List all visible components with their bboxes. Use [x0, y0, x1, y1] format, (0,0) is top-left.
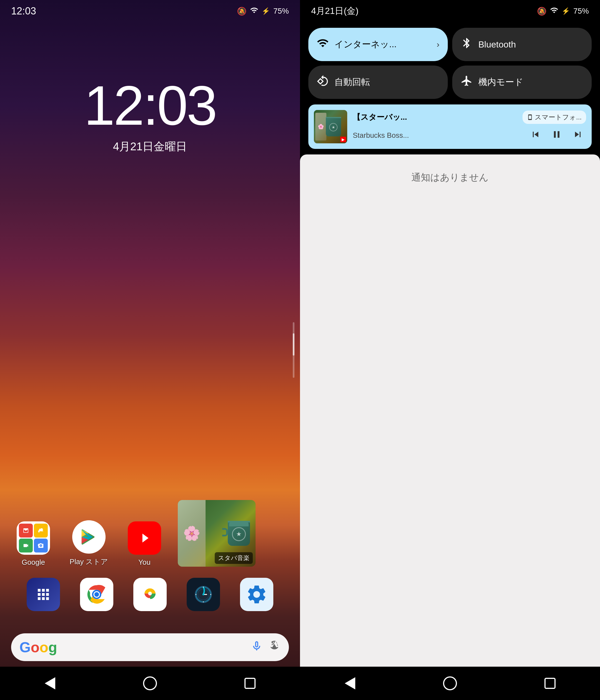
- dock-settings[interactable]: [234, 578, 279, 611]
- app-row-1: Google: [11, 500, 289, 567]
- meet-icon: [19, 539, 33, 552]
- youtube-icon: [128, 521, 161, 555]
- right-wifi-icon: [550, 6, 558, 17]
- right-panel: 4月21日(金) 🔕 ⚡ 75% インターネッ... ›: [300, 0, 600, 700]
- rotate-qs-icon: [317, 75, 329, 90]
- clock-date: 4月21日金曜日: [0, 139, 300, 154]
- dock-launcher[interactable]: [21, 578, 66, 611]
- dock-row: [11, 578, 289, 611]
- right-status-bar: 4月21日(金) 🔕 ⚡ 75%: [300, 0, 600, 22]
- bluetooth-label: Bluetooth: [478, 40, 583, 50]
- search-bar[interactable]: Goog: [11, 633, 289, 661]
- dock-photos[interactable]: [128, 578, 172, 611]
- right-status-icons: 🔕 ⚡ 75%: [537, 6, 589, 17]
- right-battery-text: 75%: [573, 7, 589, 16]
- back-icon: [45, 677, 55, 690]
- drive-icon: [34, 524, 48, 538]
- recent-button[interactable]: [242, 675, 258, 692]
- notification-area: 通知はありません: [300, 154, 600, 700]
- right-home-button[interactable]: [442, 675, 458, 692]
- home-button[interactable]: [142, 675, 158, 692]
- starbucks-text-overlay: スタバ音楽: [215, 552, 253, 564]
- dock-chrome[interactable]: [74, 578, 119, 611]
- mug-body: ★: [228, 521, 250, 546]
- right-recent-icon: [545, 678, 555, 689]
- right-home-icon: [443, 676, 457, 690]
- playstore-label: Play ストア: [70, 557, 108, 567]
- thumb-mug: ★: [326, 117, 341, 136]
- youtube-label: You: [138, 558, 151, 567]
- svg-point-10: [203, 587, 204, 588]
- google-cluster-icon: [17, 521, 50, 555]
- qs-tile-bluetooth[interactable]: Bluetooth: [452, 28, 592, 61]
- settings-icon: [240, 578, 273, 611]
- mute-icon: 🔕: [237, 7, 247, 16]
- media-next-button[interactable]: [570, 126, 586, 143]
- left-status-icons: 🔕 ⚡ 75%: [237, 6, 289, 17]
- svg-point-11: [210, 594, 211, 595]
- no-notification-text: 通知はありません: [411, 171, 489, 184]
- app-icon-youtube[interactable]: You: [122, 521, 167, 567]
- media-pause-button[interactable]: [548, 126, 565, 143]
- media-bottom-row: Starbucks Boss...: [353, 126, 586, 143]
- camera-icon: [34, 539, 48, 552]
- dock-watchface[interactable]: [181, 578, 226, 611]
- play-store-icon: [72, 520, 105, 554]
- scroll-thumb: [293, 333, 295, 355]
- media-info-section: 【スターバッ... スマートフォ... Starbucks Boss...: [353, 110, 586, 143]
- recent-icon: [245, 678, 255, 689]
- watchface-icon: [187, 578, 220, 611]
- charging-icon: ⚡: [262, 7, 270, 15]
- svg-point-9: [202, 594, 204, 596]
- media-prev-button[interactable]: [527, 126, 544, 143]
- chrome-icon: [80, 578, 113, 611]
- mug-handle: [222, 528, 228, 536]
- qs-row-1: インターネッ... › Bluetooth: [308, 28, 592, 61]
- qs-tile-internet[interactable]: インターネッ... ›: [308, 28, 448, 61]
- svg-point-13: [196, 594, 196, 595]
- right-back-button[interactable]: [342, 675, 358, 692]
- left-nav-bar: [0, 667, 300, 700]
- internet-label: インターネッ...: [334, 38, 431, 51]
- back-button[interactable]: [42, 675, 58, 692]
- mug-top: [229, 521, 249, 526]
- device-label: スマートフォ...: [535, 113, 582, 122]
- qs-tile-autorotate[interactable]: 自動回転: [308, 66, 448, 99]
- wifi-qs-icon: [317, 37, 329, 52]
- scroll-indicator: [293, 322, 295, 378]
- google-label: Google: [22, 558, 45, 567]
- app-icon-google[interactable]: Google: [11, 521, 55, 567]
- airplane-qs-icon: [460, 75, 473, 90]
- battery-text: 75%: [273, 7, 289, 16]
- thumb-flowers: 🌸: [315, 113, 326, 141]
- app-icon-playstore[interactable]: Play ストア: [67, 520, 111, 567]
- svg-point-4: [95, 592, 99, 597]
- left-status-bar: 12:03 🔕 ⚡ 75%: [0, 0, 300, 22]
- media-device-badge: スマートフォ...: [523, 110, 586, 124]
- clock-display: 12:03 4月21日金曜日: [0, 78, 300, 154]
- app-icons-area: Google: [0, 500, 300, 611]
- right-mute-icon: 🔕: [537, 7, 547, 16]
- bluetooth-qs-icon: [460, 37, 473, 52]
- right-charging-icon: ⚡: [562, 7, 570, 15]
- media-title: 【スターバッ...: [353, 112, 407, 123]
- starbucks-logo: ★: [232, 527, 246, 541]
- flower-bg: 🌸: [178, 500, 205, 567]
- voice-search-icon[interactable]: [251, 640, 263, 655]
- right-recent-button[interactable]: [542, 675, 558, 692]
- photos-icon: [133, 578, 167, 611]
- left-status-time: 12:03: [11, 5, 36, 17]
- starbucks-video-overlay[interactable]: 🌸 ★ スタバ音楽: [178, 500, 255, 567]
- google-logo: Goog: [20, 639, 57, 655]
- wifi-icon: [250, 6, 258, 17]
- svg-point-5: [148, 592, 152, 595]
- svg-point-12: [203, 601, 204, 602]
- left-panel: 12:03 🔕 ⚡ 75% 12:03 4月21日金曜日: [0, 0, 300, 700]
- media-header-row: 【スターバッ... スマートフォ...: [353, 110, 586, 124]
- qs-tile-airplane[interactable]: 機内モード: [452, 66, 592, 99]
- media-subtitle: Starbucks Boss...: [353, 131, 409, 140]
- thumbnail-bg: 🌸 ★ ▶: [314, 110, 347, 143]
- media-thumbnail: 🌸 ★ ▶: [314, 110, 347, 143]
- home-icon: [143, 676, 157, 690]
- lens-search-icon[interactable]: [268, 640, 280, 655]
